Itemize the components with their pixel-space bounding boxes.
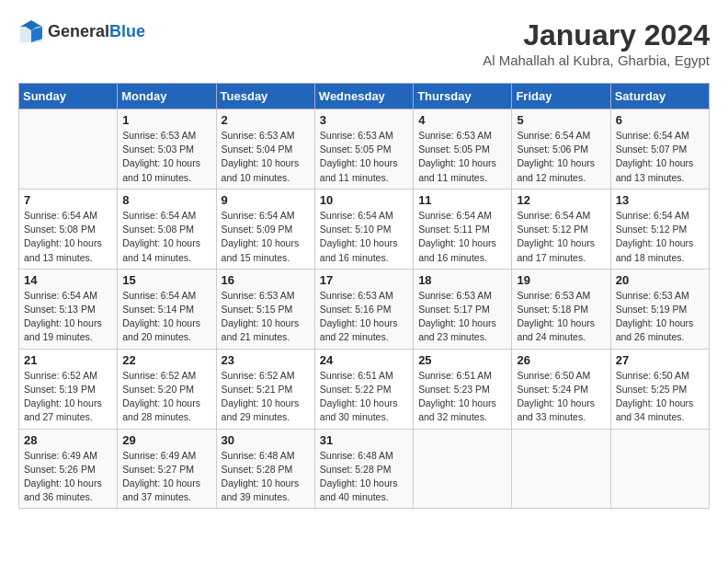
day-number: 20 — [616, 273, 704, 287]
day-number: 7 — [24, 193, 112, 207]
day-number: 27 — [616, 353, 704, 367]
day-info: Sunrise: 6:54 AM Sunset: 5:14 PM Dayligh… — [122, 289, 210, 345]
day-number: 30 — [222, 433, 310, 447]
calendar-table: SundayMondayTuesdayWednesdayThursdayFrid… — [18, 83, 710, 509]
day-info: Sunrise: 6:54 AM Sunset: 5:10 PM Dayligh… — [320, 209, 408, 265]
col-header-saturday: Saturday — [610, 84, 709, 109]
day-info: Sunrise: 6:52 AM Sunset: 5:19 PM Dayligh… — [24, 369, 112, 425]
calendar-cell: 4Sunrise: 6:53 AM Sunset: 5:05 PM Daylig… — [414, 109, 512, 190]
day-info: Sunrise: 6:52 AM Sunset: 5:20 PM Dayligh… — [122, 369, 210, 425]
calendar-cell: 15Sunrise: 6:54 AM Sunset: 5:14 PM Dayli… — [118, 269, 216, 349]
day-info: Sunrise: 6:53 AM Sunset: 5:05 PM Dayligh… — [320, 129, 408, 185]
day-info: Sunrise: 6:53 AM Sunset: 5:17 PM Dayligh… — [418, 289, 506, 345]
day-number: 13 — [616, 193, 704, 207]
calendar-cell — [512, 429, 610, 509]
calendar-cell — [414, 429, 512, 509]
day-number: 23 — [222, 353, 310, 367]
day-number: 26 — [517, 353, 605, 367]
day-number: 11 — [418, 193, 506, 207]
calendar-cell: 30Sunrise: 6:48 AM Sunset: 5:28 PM Dayli… — [216, 429, 314, 509]
calendar-cell: 24Sunrise: 6:51 AM Sunset: 5:22 PM Dayli… — [314, 349, 413, 429]
day-number: 5 — [517, 113, 605, 127]
calendar-cell: 8Sunrise: 6:54 AM Sunset: 5:08 PM Daylig… — [118, 189, 216, 269]
calendar-cell: 6Sunrise: 6:54 AM Sunset: 5:07 PM Daylig… — [610, 109, 709, 190]
calendar-cell: 29Sunrise: 6:49 AM Sunset: 5:27 PM Dayli… — [118, 429, 216, 509]
day-number: 29 — [122, 433, 210, 447]
logo-blue: Blue — [109, 22, 145, 40]
calendar-cell: 2Sunrise: 6:53 AM Sunset: 5:04 PM Daylig… — [216, 109, 314, 190]
day-number: 17 — [320, 273, 408, 287]
day-number: 3 — [320, 113, 408, 127]
col-header-sunday: Sunday — [19, 84, 118, 109]
col-header-tuesday: Tuesday — [216, 84, 314, 109]
calendar-cell: 26Sunrise: 6:50 AM Sunset: 5:24 PM Dayli… — [512, 349, 610, 429]
calendar-cell: 7Sunrise: 6:54 AM Sunset: 5:08 PM Daylig… — [19, 189, 118, 269]
day-info: Sunrise: 6:49 AM Sunset: 5:27 PM Dayligh… — [122, 449, 210, 505]
day-number: 31 — [320, 433, 408, 447]
logo-text: GeneralBlue — [48, 22, 145, 41]
calendar-cell: 20Sunrise: 6:53 AM Sunset: 5:19 PM Dayli… — [610, 269, 709, 349]
logo-general: General — [48, 22, 109, 40]
day-info: Sunrise: 6:54 AM Sunset: 5:11 PM Dayligh… — [418, 209, 506, 265]
day-number: 14 — [24, 273, 112, 287]
day-number: 1 — [122, 113, 210, 127]
calendar-cell: 1Sunrise: 6:53 AM Sunset: 5:03 PM Daylig… — [118, 109, 216, 190]
day-info: Sunrise: 6:53 AM Sunset: 5:04 PM Dayligh… — [222, 129, 310, 185]
day-number: 9 — [222, 193, 310, 207]
day-number: 21 — [24, 353, 112, 367]
day-info: Sunrise: 6:53 AM Sunset: 5:05 PM Dayligh… — [418, 129, 506, 185]
calendar-week-1: 1Sunrise: 6:53 AM Sunset: 5:03 PM Daylig… — [19, 109, 710, 190]
day-number: 19 — [517, 273, 605, 287]
calendar-week-3: 14Sunrise: 6:54 AM Sunset: 5:13 PM Dayli… — [19, 269, 710, 349]
day-number: 4 — [418, 113, 506, 127]
day-number: 24 — [320, 353, 408, 367]
calendar-cell: 16Sunrise: 6:53 AM Sunset: 5:15 PM Dayli… — [216, 269, 314, 349]
calendar-cell: 12Sunrise: 6:54 AM Sunset: 5:12 PM Dayli… — [512, 189, 610, 269]
col-header-wednesday: Wednesday — [314, 84, 413, 109]
calendar-cell — [19, 109, 118, 190]
calendar-week-4: 21Sunrise: 6:52 AM Sunset: 5:19 PM Dayli… — [19, 349, 710, 429]
day-info: Sunrise: 6:53 AM Sunset: 5:03 PM Dayligh… — [122, 129, 210, 185]
day-info: Sunrise: 6:52 AM Sunset: 5:21 PM Dayligh… — [222, 369, 310, 425]
title-block: January 2024 Al Mahallah al Kubra, Gharb… — [483, 18, 710, 68]
calendar-cell: 9Sunrise: 6:54 AM Sunset: 5:09 PM Daylig… — [216, 189, 314, 269]
calendar-cell: 21Sunrise: 6:52 AM Sunset: 5:19 PM Dayli… — [19, 349, 118, 429]
day-info: Sunrise: 6:51 AM Sunset: 5:22 PM Dayligh… — [320, 369, 408, 425]
day-info: Sunrise: 6:54 AM Sunset: 5:12 PM Dayligh… — [616, 209, 704, 265]
day-info: Sunrise: 6:54 AM Sunset: 5:09 PM Dayligh… — [222, 209, 310, 265]
day-info: Sunrise: 6:54 AM Sunset: 5:08 PM Dayligh… — [122, 209, 210, 265]
day-number: 2 — [222, 113, 310, 127]
calendar-week-2: 7Sunrise: 6:54 AM Sunset: 5:08 PM Daylig… — [19, 189, 710, 269]
day-info: Sunrise: 6:54 AM Sunset: 5:06 PM Dayligh… — [517, 129, 605, 185]
day-info: Sunrise: 6:49 AM Sunset: 5:26 PM Dayligh… — [24, 449, 112, 505]
day-info: Sunrise: 6:53 AM Sunset: 5:19 PM Dayligh… — [616, 289, 704, 345]
calendar-cell: 25Sunrise: 6:51 AM Sunset: 5:23 PM Dayli… — [414, 349, 512, 429]
calendar-cell: 14Sunrise: 6:54 AM Sunset: 5:13 PM Dayli… — [19, 269, 118, 349]
location-subtitle: Al Mahallah al Kubra, Gharbia, Egypt — [483, 52, 710, 68]
day-info: Sunrise: 6:54 AM Sunset: 5:08 PM Dayligh… — [24, 209, 112, 265]
calendar-cell: 13Sunrise: 6:54 AM Sunset: 5:12 PM Dayli… — [610, 189, 709, 269]
calendar-cell: 11Sunrise: 6:54 AM Sunset: 5:11 PM Dayli… — [414, 189, 512, 269]
calendar-header: SundayMondayTuesdayWednesdayThursdayFrid… — [19, 84, 710, 109]
calendar-cell: 22Sunrise: 6:52 AM Sunset: 5:20 PM Dayli… — [118, 349, 216, 429]
day-info: Sunrise: 6:51 AM Sunset: 5:23 PM Dayligh… — [418, 369, 506, 425]
day-info: Sunrise: 6:54 AM Sunset: 5:12 PM Dayligh… — [517, 209, 605, 265]
day-number: 28 — [24, 433, 112, 447]
day-info: Sunrise: 6:53 AM Sunset: 5:16 PM Dayligh… — [320, 289, 408, 345]
col-header-friday: Friday — [512, 84, 610, 109]
calendar-cell — [610, 429, 709, 509]
calendar-cell: 28Sunrise: 6:49 AM Sunset: 5:26 PM Dayli… — [19, 429, 118, 509]
day-number: 8 — [122, 193, 210, 207]
calendar-week-5: 28Sunrise: 6:49 AM Sunset: 5:26 PM Dayli… — [19, 429, 710, 509]
day-number: 15 — [122, 273, 210, 287]
day-info: Sunrise: 6:53 AM Sunset: 5:18 PM Dayligh… — [517, 289, 605, 345]
calendar-cell: 19Sunrise: 6:53 AM Sunset: 5:18 PM Dayli… — [512, 269, 610, 349]
calendar-cell: 3Sunrise: 6:53 AM Sunset: 5:05 PM Daylig… — [314, 109, 413, 190]
day-number: 10 — [320, 193, 408, 207]
day-info: Sunrise: 6:54 AM Sunset: 5:13 PM Dayligh… — [24, 289, 112, 345]
calendar-cell: 17Sunrise: 6:53 AM Sunset: 5:16 PM Dayli… — [314, 269, 413, 349]
calendar-cell: 31Sunrise: 6:48 AM Sunset: 5:28 PM Dayli… — [314, 429, 413, 509]
calendar-cell: 10Sunrise: 6:54 AM Sunset: 5:10 PM Dayli… — [314, 189, 413, 269]
col-header-thursday: Thursday — [414, 84, 512, 109]
logo-icon — [18, 18, 44, 44]
